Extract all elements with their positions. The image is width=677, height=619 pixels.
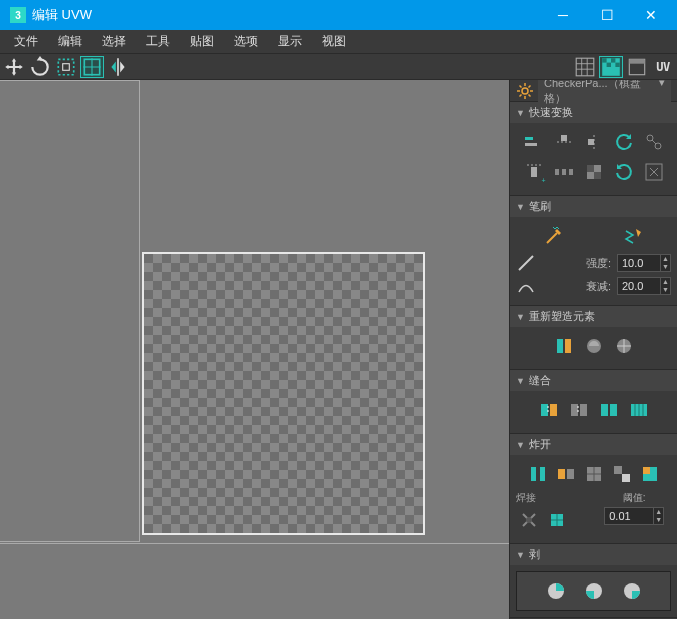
menu-file[interactable]: 文件 — [4, 30, 48, 53]
threshold-label: 阈值: — [598, 491, 672, 505]
svg-rect-30 — [541, 404, 548, 416]
svg-rect-19 — [555, 169, 559, 175]
quick-peel-button[interactable] — [543, 578, 569, 604]
stitch-custom-button[interactable] — [626, 397, 652, 423]
svg-rect-10 — [629, 59, 644, 63]
mirror-tool[interactable] — [106, 56, 130, 78]
relax-element-button[interactable] — [581, 333, 607, 359]
rollup-reshape-header[interactable]: ▼重新塑造元素 — [510, 306, 677, 327]
space-horizontal-button[interactable] — [551, 159, 577, 185]
menu-view[interactable]: 视图 — [312, 30, 356, 53]
svg-rect-1 — [63, 63, 70, 70]
peel-button[interactable] — [581, 578, 607, 604]
show-grid-button[interactable] — [573, 56, 597, 78]
align-left-button[interactable] — [521, 129, 547, 155]
svg-rect-15 — [588, 139, 594, 145]
svg-rect-24 — [594, 172, 601, 179]
relax-brush[interactable] — [620, 223, 646, 249]
strength-label: 强度: — [542, 256, 611, 271]
uv-toggle[interactable]: UV — [651, 56, 675, 78]
menu-edit[interactable]: 编辑 — [48, 30, 92, 53]
menubar: 文件 编辑 选择 工具 贴图 选项 显示 视图 — [0, 30, 677, 54]
break-edge-button[interactable] — [553, 461, 579, 487]
titlebar: 3 编辑 UVW ─ ☐ ✕ — [0, 0, 677, 30]
menu-mapping[interactable]: 贴图 — [180, 30, 224, 53]
window-title: 编辑 UVW — [32, 6, 541, 24]
svg-rect-18 — [531, 167, 537, 177]
menu-display[interactable]: 显示 — [268, 30, 312, 53]
svg-point-11 — [522, 88, 528, 94]
rollup-peel-title: 剥 — [529, 547, 540, 562]
rotate-ccw-button[interactable] — [611, 129, 637, 155]
show-checker-button[interactable] — [599, 56, 623, 78]
rollup-stitch-header[interactable]: ▼缝合 — [510, 370, 677, 391]
straighten-button[interactable] — [551, 333, 577, 359]
rollup-brush-header[interactable]: ▼笔刷 — [510, 196, 677, 217]
falloff-spinner[interactable]: 20.0▲▼ — [617, 277, 671, 295]
break-smoothing-button[interactable] — [609, 461, 635, 487]
maximize-button[interactable]: ☐ — [585, 0, 629, 30]
align-top-button[interactable]: + — [521, 159, 547, 185]
threshold-spinner[interactable]: 0.01▲▼ — [604, 507, 664, 525]
rollup-reshape-title: 重新塑造元素 — [529, 309, 595, 324]
show-map-button[interactable] — [625, 56, 649, 78]
svg-rect-26 — [557, 339, 563, 353]
uv-viewport[interactable] — [0, 80, 509, 619]
rotate-cw-button[interactable] — [611, 159, 637, 185]
rotate-tool[interactable] — [28, 56, 52, 78]
relax-until-flat-button[interactable] — [611, 333, 637, 359]
weld-selected-button[interactable] — [516, 507, 542, 533]
scale-tool[interactable] — [54, 56, 78, 78]
rollup-peel-header[interactable]: ▼剥 — [510, 544, 677, 565]
paint-move-brush[interactable] — [541, 223, 567, 249]
rollup-brush-title: 笔刷 — [529, 199, 551, 214]
svg-rect-31 — [550, 404, 557, 416]
fit-button[interactable] — [641, 159, 667, 185]
viewport-bottom — [0, 543, 509, 619]
viewport-sidebar — [0, 80, 140, 542]
stitch-target-button[interactable] — [596, 397, 622, 423]
close-button[interactable]: ✕ — [629, 0, 673, 30]
svg-rect-8 — [615, 62, 619, 66]
texture-dropdown-label: CheckerPa...（棋盘格） — [544, 80, 659, 106]
align-horizontal-button[interactable] — [551, 129, 577, 155]
svg-rect-20 — [562, 169, 566, 175]
svg-rect-45 — [643, 467, 650, 474]
move-tool[interactable] — [2, 56, 26, 78]
side-panel: CheckerPa...（棋盘格）▾ ▼快速变换 + — [509, 80, 677, 619]
pelt-button[interactable] — [619, 578, 645, 604]
break-vertex-button[interactable] — [525, 461, 551, 487]
break-face-button[interactable] — [581, 461, 607, 487]
svg-rect-27 — [565, 339, 571, 353]
svg-rect-32 — [571, 404, 578, 416]
svg-rect-39 — [558, 469, 565, 479]
minimize-button[interactable]: ─ — [541, 0, 585, 30]
svg-rect-42 — [614, 466, 622, 474]
falloff-label: 衰减: — [542, 279, 611, 294]
link-button[interactable] — [641, 129, 667, 155]
texture-dropdown[interactable]: CheckerPa...（棋盘格）▾ — [538, 80, 671, 108]
menu-options[interactable]: 选项 — [224, 30, 268, 53]
stitch-source-button[interactable] — [536, 397, 562, 423]
chevron-down-icon: ▾ — [659, 80, 665, 106]
peel-button-group — [516, 571, 671, 611]
uv-canvas[interactable] — [142, 252, 425, 535]
align-vertical-button[interactable] — [581, 129, 607, 155]
svg-rect-12 — [525, 137, 533, 140]
freeform-tool[interactable] — [80, 56, 104, 78]
svg-rect-23 — [587, 165, 594, 172]
gear-icon[interactable] — [516, 82, 534, 100]
menu-select[interactable]: 选择 — [92, 30, 136, 53]
weld-all-button[interactable] — [544, 507, 570, 533]
svg-rect-6 — [611, 58, 615, 62]
strength-spinner[interactable]: 10.0▲▼ — [617, 254, 671, 272]
break-material-button[interactable] — [637, 461, 663, 487]
brush-falloff-icon — [516, 276, 536, 296]
stitch-average-button[interactable] — [566, 397, 592, 423]
menu-tools[interactable]: 工具 — [136, 30, 180, 53]
rollup-explode-header[interactable]: ▼炸开 — [510, 434, 677, 455]
app-icon: 3 — [10, 7, 26, 23]
svg-rect-5 — [602, 58, 606, 62]
svg-rect-21 — [569, 169, 573, 175]
distribute-button[interactable] — [581, 159, 607, 185]
